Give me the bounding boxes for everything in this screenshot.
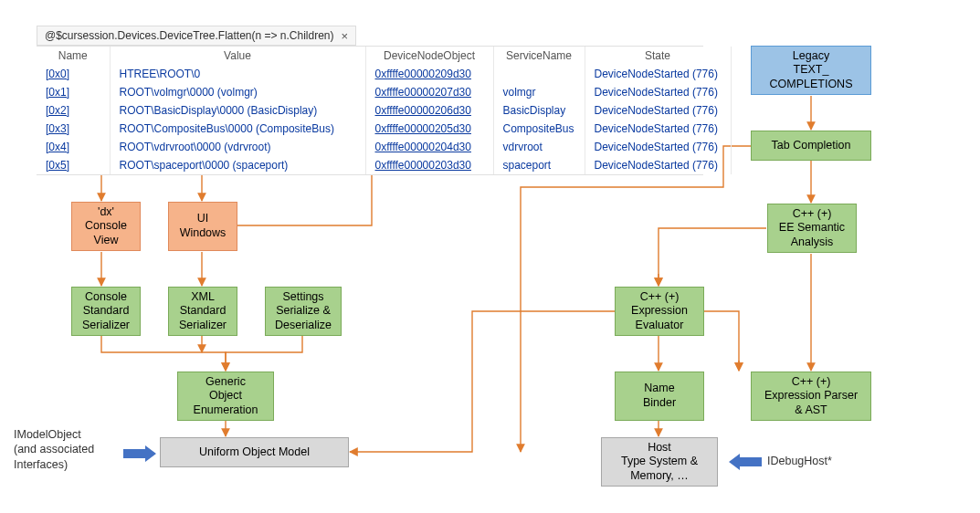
col-dno[interactable]: DeviceNodeObject <box>365 47 493 65</box>
tab-completion: Tab Completion <box>751 131 871 161</box>
col-state[interactable]: State <box>585 47 731 65</box>
row-service: BasicDisplay <box>503 104 566 117</box>
row-dno[interactable]: 0xffffe00000204d30 <box>375 141 471 153</box>
close-icon[interactable]: × <box>342 29 349 43</box>
table-row: [0x1]ROOT\volmgr\0000 (volmgr)0xffffe000… <box>37 83 731 101</box>
row-name[interactable]: [0x0] <box>46 68 69 80</box>
row-value: HTREE\ROOT\0 <box>120 68 201 80</box>
row-name[interactable]: [0x3] <box>46 122 69 135</box>
legacy-text-completions: LegacyTEXT_COMPLETIONS <box>751 46 871 95</box>
row-value: ROOT\BasicDisplay\0000 (BasicDisplay) <box>120 104 318 117</box>
row-dno[interactable]: 0xffffe00000205d30 <box>375 122 471 135</box>
row-name[interactable]: [0x1] <box>46 86 69 99</box>
row-dno[interactable]: 0xffffe00000209d30 <box>375 68 471 80</box>
row-value: ROOT\CompositeBus\0000 (CompositeBus) <box>120 122 334 135</box>
table-row: [0x2]ROOT\BasicDisplay\0000 (BasicDispla… <box>37 101 731 120</box>
col-name[interactable]: Name <box>37 47 110 65</box>
row-state: DeviceNodeStarted (776) <box>595 68 718 80</box>
row-state: DeviceNodeStarted (776) <box>595 122 718 135</box>
row-dno[interactable]: 0xffffe00000203d30 <box>375 159 471 172</box>
xml-standard-serializer: XMLStandardSerializer <box>168 287 237 336</box>
watch-tab-title: @$cursession.Devices.DeviceTree.Flatten(… <box>45 29 334 42</box>
name-binder: NameBinder <box>615 372 704 421</box>
row-state: DeviceNodeStarted (776) <box>595 141 718 153</box>
row-service: spaceport <box>503 159 552 172</box>
idebughost-label: IDebugHost* <box>767 454 832 468</box>
watch-tab: @$cursession.Devices.DeviceTree.Flatten(… <box>37 26 356 46</box>
row-service: vdrvroot <box>503 141 543 153</box>
generic-object-enumeration: GenericObjectEnumeration <box>177 372 274 421</box>
imodelobject-label: IModelObject(and associatedInterfaces) <box>14 427 119 472</box>
expression-parser-ast: C++ (+)Expression Parser& AST <box>751 372 871 421</box>
row-value: ROOT\spaceport\0000 (spaceport) <box>120 159 289 172</box>
row-value: ROOT\vdrvroot\0000 (vdrvroot) <box>120 141 271 153</box>
row-name[interactable]: [0x2] <box>46 104 69 117</box>
table-row: [0x4]ROOT\vdrvroot\0000 (vdrvroot)0xffff… <box>37 138 731 156</box>
device-table: Name Value DeviceNodeObject ServiceName … <box>37 46 703 175</box>
row-dno[interactable]: 0xffffe00000207d30 <box>375 86 471 99</box>
settings-serialize-deserialize: SettingsSerialize &Deserialize <box>265 287 342 336</box>
expression-evaluator: C++ (+)ExpressionEvaluator <box>615 287 704 336</box>
ee-semantic-analysis: C++ (+)EE SemanticAnalysis <box>767 204 857 253</box>
table-row: [0x0]HTREE\ROOT\00xffffe00000209d30Devic… <box>37 65 731 83</box>
table-row: [0x5]ROOT\spaceport\0000 (spaceport)0xff… <box>37 156 731 174</box>
row-name[interactable]: [0x4] <box>46 141 69 153</box>
arrow-right-icon <box>123 445 156 462</box>
row-value: ROOT\volmgr\0000 (volmgr) <box>120 86 258 99</box>
ui-windows: UIWindows <box>168 202 237 251</box>
console-standard-serializer: ConsoleStandardSerializer <box>71 287 141 336</box>
row-service: CompositeBus <box>503 122 574 135</box>
row-state: DeviceNodeStarted (776) <box>595 104 718 117</box>
row-state: DeviceNodeStarted (776) <box>595 86 718 99</box>
arrow-left-icon <box>729 454 762 470</box>
row-state: DeviceNodeStarted (776) <box>595 159 718 172</box>
dx-console-view: 'dx'ConsoleView <box>71 202 141 251</box>
uniform-object-model: Uniform Object Model <box>160 437 349 467</box>
table-row: [0x3]ROOT\CompositeBus\0000 (CompositeBu… <box>37 120 731 138</box>
row-service: volmgr <box>503 86 536 99</box>
col-value[interactable]: Value <box>110 47 365 65</box>
host-type-system: HostType System &Memory, … <box>601 437 718 487</box>
table-header-row: Name Value DeviceNodeObject ServiceName … <box>37 47 731 65</box>
col-service[interactable]: ServiceName <box>493 47 585 65</box>
row-dno[interactable]: 0xffffe00000206d30 <box>375 104 471 117</box>
row-name[interactable]: [0x5] <box>46 159 69 172</box>
